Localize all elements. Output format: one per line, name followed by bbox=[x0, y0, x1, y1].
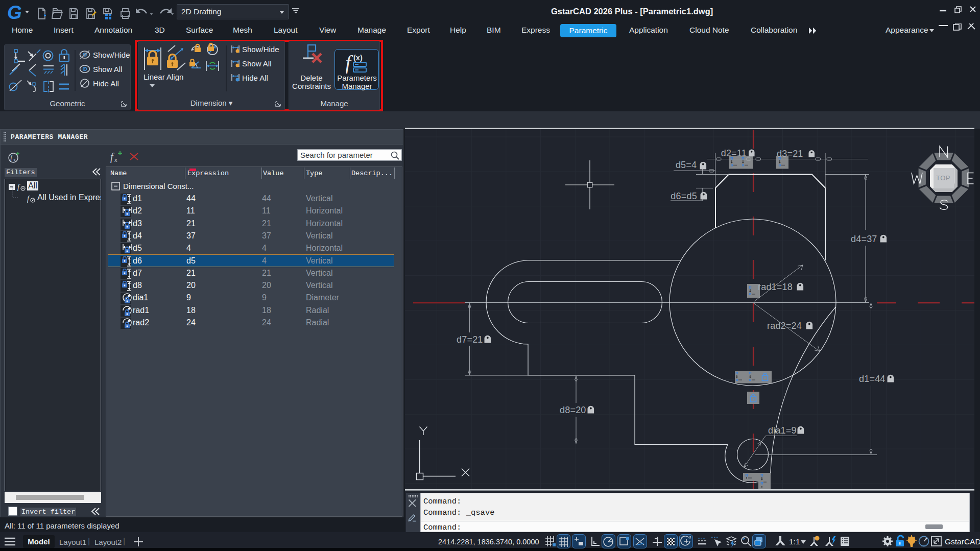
svg-text:d4=37: d4=37 bbox=[851, 234, 877, 244]
svg-text:d2=11: d2=11 bbox=[721, 148, 747, 158]
svg-text:Hide All: Hide All bbox=[242, 74, 268, 82]
svg-text:Show All: Show All bbox=[242, 59, 272, 68]
svg-text:rad2=24: rad2=24 bbox=[767, 321, 802, 331]
svg-text:d1=44: d1=44 bbox=[859, 374, 886, 384]
svg-text:rad1=18: rad1=18 bbox=[758, 282, 793, 292]
svg-text:d7=21: d7=21 bbox=[457, 334, 483, 345]
svg-text:Hide All: Hide All bbox=[93, 79, 119, 88]
svg-text:f: f bbox=[27, 195, 30, 203]
svg-text:d5=4: d5=4 bbox=[676, 160, 697, 170]
svg-text:Show/Hide: Show/Hide bbox=[242, 45, 279, 54]
svg-text:Align: Align bbox=[166, 73, 183, 81]
svg-text:Show All: Show All bbox=[93, 65, 123, 74]
svg-text:d8=20: d8=20 bbox=[560, 405, 586, 415]
svg-text:Show/Hide: Show/Hide bbox=[93, 51, 130, 59]
svg-text:x: x bbox=[13, 157, 16, 162]
svg-text:dia1=9: dia1=9 bbox=[768, 425, 797, 436]
svg-text:x: x bbox=[114, 157, 117, 163]
svg-text:TOP: TOP bbox=[936, 174, 950, 182]
svg-text:G: G bbox=[7, 2, 22, 23]
svg-text:d3=21: d3=21 bbox=[777, 149, 803, 159]
svg-text:f: f bbox=[346, 51, 353, 74]
svg-text:Linear: Linear bbox=[144, 73, 165, 81]
svg-text:d6=d5: d6=d5 bbox=[671, 191, 697, 201]
svg-text:(x): (x) bbox=[353, 54, 363, 62]
svg-text:f: f bbox=[110, 151, 114, 163]
